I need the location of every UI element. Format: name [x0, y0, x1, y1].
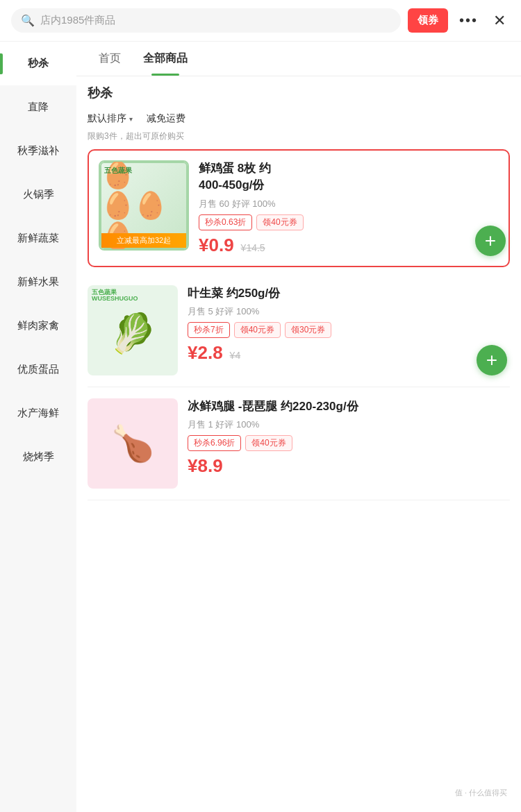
- product-info-eggs: 鲜鸡蛋 8枚 约400-450g/份 月售 60 好评 100% 秒杀0.63折…: [199, 160, 499, 256]
- sidebar-item-autumn[interactable]: 秋季滋补: [0, 129, 76, 173]
- tag-coupon-eggs: 领40元券: [256, 214, 303, 230]
- watermark: 值 · 什么值得买: [455, 788, 507, 798]
- price-row-lettuce: ¥2.8 ¥4: [188, 342, 510, 364]
- tag-coupon40-lettuce: 领40元券: [234, 322, 281, 338]
- section-title: 秒杀: [76, 76, 521, 107]
- product-card-chicken: 🍗 冰鲜鸡腿 -琵琶腿 约220-230g/份 月售 1 好评 100% 秒杀6…: [88, 387, 510, 500]
- filter-bar: 默认排序 ▾ 减免运费: [76, 107, 521, 129]
- product-list: 五色蔬果 🥚🥚🥚🥚🥚🥚🥚🥚 立减最高加32起 鲜鸡蛋 8枚 约400-450g/…: [76, 149, 521, 500]
- sidebar-item-eggs[interactable]: 优质蛋品: [0, 348, 76, 391]
- tags-row-lettuce: 秒杀7折 领40元券 领30元券: [188, 322, 510, 338]
- price-now-eggs: ¥0.9: [199, 235, 234, 256]
- product-image-eggs: 五色蔬果 🥚🥚🥚🥚🥚🥚🥚🥚 立减最高加32起: [99, 160, 189, 251]
- sidebar-item-hotpot[interactable]: 火锅季: [0, 173, 76, 217]
- search-box[interactable]: 🔍 店内1985件商品: [11, 8, 401, 33]
- tag-seckill-lettuce: 秒杀7折: [188, 322, 230, 338]
- add-button-lettuce[interactable]: +: [477, 345, 507, 375]
- logo-text: 五色蔬果WUSESHUGUO: [92, 289, 138, 303]
- sidebar-item-seafood[interactable]: 水产海鲜: [0, 391, 76, 435]
- brand-badge: 五色蔬果: [104, 166, 132, 176]
- product-image-lettuce: 五色蔬果WUSESHUGUO 🥬: [88, 285, 178, 375]
- top-tabs: 首页 全部商品: [76, 42, 521, 76]
- price-now-chicken: ¥8.9: [188, 455, 223, 477]
- tag-seckill-chicken: 秒杀6.96折: [188, 435, 241, 451]
- sidebar: 秒杀 直降 秋季滋补 火锅季 新鲜蔬菜 新鲜水果 鲜肉家禽 优质蛋品 水产海鲜 …: [0, 42, 76, 812]
- search-input-placeholder: 店内1985件商品: [40, 14, 115, 27]
- sidebar-item-fruits[interactable]: 新鲜水果: [0, 260, 76, 304]
- search-icon: 🔍: [21, 14, 35, 27]
- price-now-lettuce: ¥2.8: [188, 342, 223, 364]
- filter-limit-text: 限购3件，超出可原价购买: [88, 130, 184, 142]
- sidebar-item-seckill[interactable]: 秒杀: [0, 42, 76, 85]
- sidebar-item-bbq[interactable]: 烧烤季: [0, 435, 76, 479]
- add-button-eggs[interactable]: +: [475, 226, 506, 256]
- tab-home[interactable]: 首页: [88, 42, 132, 76]
- product-info-lettuce: 叶生菜 约250g/份 月售 5 好评 100% 秒杀7折 领40元券 领30元…: [188, 285, 510, 375]
- price-row-chicken: ¥8.9: [188, 455, 510, 477]
- price-original-lettuce: ¥4: [230, 350, 241, 361]
- filter-sort[interactable]: 默认排序 ▾: [88, 112, 133, 125]
- product-image-chicken: 🍗: [88, 398, 178, 489]
- more-button[interactable]: •••: [455, 10, 482, 31]
- product-info-chicken: 冰鲜鸡腿 -琵琶腿 约220-230g/份 月售 1 好评 100% 秒杀6.9…: [188, 398, 510, 489]
- product-card-lettuce: 五色蔬果WUSESHUGUO 🥬 叶生菜 约250g/份 月售 5 好评 100…: [88, 274, 510, 387]
- product-stats-lettuce: 月售 5 好评 100%: [188, 305, 510, 318]
- coupon-button[interactable]: 领券: [408, 8, 448, 33]
- filter-free-shipping[interactable]: 减免运费: [147, 112, 185, 125]
- price-row-eggs: ¥0.9 ¥14.5: [199, 235, 499, 256]
- sidebar-item-vegetables[interactable]: 新鲜蔬菜: [0, 217, 76, 260]
- main-panel: 首页 全部商品 秒杀 默认排序 ▾ 减免运费 限购3件，超出可原价购买 五色蔬果: [76, 42, 521, 812]
- product-name-lettuce: 叶生菜 约250g/份: [188, 285, 510, 302]
- product-card-eggs: 五色蔬果 🥚🥚🥚🥚🥚🥚🥚🥚 立减最高加32起 鲜鸡蛋 8枚 约400-450g/…: [88, 149, 510, 267]
- tag-coupon-chicken: 领40元券: [245, 435, 292, 451]
- sort-label: 默认排序: [88, 112, 126, 125]
- tab-all-products[interactable]: 全部商品: [132, 42, 199, 76]
- product-stats-chicken: 月售 1 好评 100%: [188, 418, 510, 431]
- product-name-eggs: 鲜鸡蛋 8枚 约400-450g/份: [199, 160, 499, 194]
- tag-coupon30-lettuce: 领30元券: [285, 322, 331, 338]
- price-original-eggs: ¥14.5: [241, 242, 265, 253]
- product-name-chicken: 冰鲜鸡腿 -琵琶腿 约220-230g/份: [188, 398, 510, 415]
- close-button[interactable]: ✕: [489, 9, 510, 33]
- chevron-down-icon: ▾: [129, 115, 133, 123]
- sidebar-item-direct[interactable]: 直降: [0, 85, 76, 129]
- filter-limit-row: 限购3件，超出可原价购买: [76, 129, 521, 149]
- tag-seckill-eggs: 秒杀0.63折: [199, 214, 252, 230]
- sidebar-item-meat[interactable]: 鲜肉家禽: [0, 304, 76, 348]
- top-bar: 🔍 店内1985件商品 领券 ••• ✕: [0, 0, 521, 42]
- tags-row-eggs: 秒杀0.63折 领40元券: [199, 214, 499, 230]
- product-stats-eggs: 月售 60 好评 100%: [199, 198, 499, 210]
- orange-banner: 立减最高加32起: [101, 233, 186, 248]
- tags-row-chicken: 秒杀6.96折 领40元券: [188, 435, 510, 451]
- content-area: 秒杀 直降 秋季滋补 火锅季 新鲜蔬菜 新鲜水果 鲜肉家禽 优质蛋品 水产海鲜 …: [0, 42, 521, 812]
